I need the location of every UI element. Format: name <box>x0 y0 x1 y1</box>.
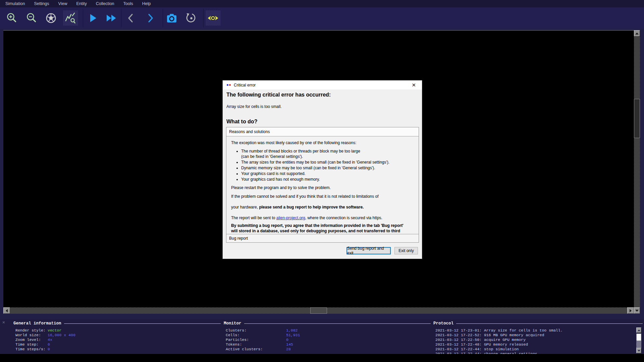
protocol-header: Protocol <box>433 321 643 326</box>
chevron-left-icon <box>125 12 137 24</box>
scroll-track[interactable] <box>634 37 640 99</box>
info-row: Time step:0 <box>15 342 50 347</box>
triangle-left-icon <box>6 309 8 312</box>
triangle-up-icon <box>635 33 639 35</box>
scroll-thumb[interactable] <box>634 99 640 138</box>
monitor-row: Cells:51,931 <box>226 333 300 337</box>
reason-item: Your graphics card is not supported. <box>241 171 414 176</box>
protocol-line: 2021-03-12 17-23-01: Array size for cell… <box>435 328 563 333</box>
zoom-in-button[interactable] <box>4 10 19 26</box>
menu-bar: Simulation Settings View Entity Collecti… <box>0 0 644 7</box>
menu-simulation[interactable]: Simulation <box>5 1 25 6</box>
protocol-line: 2021-03-12 17-22-52: 916 MB GPU memory a… <box>435 333 544 337</box>
menu-tools[interactable]: Tools <box>123 1 133 6</box>
zoom-out-button[interactable] <box>24 10 39 26</box>
snapshot-button[interactable] <box>164 10 179 26</box>
statusbar-close-icon[interactable]: × <box>2 320 5 325</box>
cell-structure-button[interactable] <box>44 10 58 26</box>
scroll-up-button[interactable] <box>634 30 640 37</box>
monitor-row: Clusters:1,082 <box>226 328 298 333</box>
bug-report-paragraph: If the problem cannot be solved and if y… <box>231 194 414 221</box>
toolbar-separator <box>83 9 83 27</box>
menu-view[interactable]: View <box>58 1 67 6</box>
monitor-row: Particles:0 <box>226 338 288 342</box>
fast-forward-button[interactable] <box>104 10 119 26</box>
header-rule <box>244 323 431 324</box>
close-icon[interactable]: ✕ <box>410 81 418 89</box>
graph-editor-icon <box>64 12 76 24</box>
menu-entity[interactable]: Entity <box>76 1 87 6</box>
header-rule <box>64 323 221 324</box>
scroll-thumb[interactable] <box>636 334 641 341</box>
tab-bug-report[interactable]: Bug report <box>226 234 419 242</box>
app-logo-icon <box>227 84 231 86</box>
fast-forward-icon <box>105 12 117 24</box>
bug-report-line2-bold: please send a bug report to help improve… <box>259 205 364 209</box>
scroll-up-button[interactable] <box>636 327 641 333</box>
scroll-track[interactable] <box>634 138 640 307</box>
horizontal-scrollbar <box>3 307 634 314</box>
monitor-row: Tokens:145 <box>226 342 293 347</box>
scroll-track[interactable] <box>636 341 641 348</box>
error-heading: The following critical error has occurre… <box>226 92 331 98</box>
info-row: Render style:vector <box>15 328 61 333</box>
reason-item: Dynamic memory size may be too small (ca… <box>241 165 414 171</box>
monitor-title: Monitor <box>224 321 241 326</box>
protocol-line: 2021-03-12 17-22-50: acquire GPU memory <box>435 338 526 342</box>
triangle-right-icon <box>630 309 632 312</box>
scroll-down-button[interactable] <box>634 307 640 314</box>
bottom-strip <box>0 354 644 362</box>
tab-reasons-and-solutions[interactable]: Reasons and solutions <box>226 127 419 136</box>
reason-item: The array sizes for the entities may be … <box>241 160 414 165</box>
menu-help[interactable]: Help <box>142 1 151 6</box>
visual-monitor-button[interactable] <box>206 10 220 26</box>
what-to-do-heading: What to do? <box>226 119 257 125</box>
protocol-line: 2021-03-12 17-22-48: GPU memory released <box>435 342 528 347</box>
logo-dot-red <box>229 84 231 86</box>
dialog-title-bar[interactable]: Critical error ✕ <box>223 80 422 89</box>
scroll-right-button[interactable] <box>627 307 634 314</box>
restore-button[interactable] <box>183 10 198 26</box>
reasons-intro: The exception was most likely caused by … <box>231 140 414 145</box>
protocol-line: 2021-03-12 17-22-44: change general sett… <box>435 352 537 354</box>
protocol-title: Protocol <box>433 321 453 326</box>
step-forward-button[interactable] <box>143 10 158 26</box>
zoom-in-icon <box>6 12 18 24</box>
step-back-button[interactable] <box>123 10 138 26</box>
protocol-line: 2021-03-12 17-22-44: stop simulation <box>435 347 519 351</box>
scroll-track[interactable] <box>10 307 310 314</box>
alien-project-link[interactable]: alien-project.org <box>276 216 305 220</box>
bug-report-line2-pre: your hardware, <box>231 205 259 209</box>
run-button[interactable] <box>86 10 100 26</box>
general-info-header: General information <box>13 321 221 326</box>
scroll-left-button[interactable] <box>3 307 10 314</box>
reason-item: Your graphics card has not enough memory… <box>241 177 414 182</box>
exit-only-button[interactable]: Exit only <box>394 247 418 254</box>
menu-collection[interactable]: Collection <box>96 1 114 6</box>
restart-advice: Please restart the program and try to so… <box>231 185 414 190</box>
header-rule <box>456 323 643 324</box>
info-statusbar: × General information Render style:vecto… <box>0 319 644 354</box>
scroll-track[interactable] <box>327 307 627 314</box>
cell-structure-icon <box>45 12 57 24</box>
monitor-header: Monitor <box>224 321 431 326</box>
toolbar-separator <box>121 9 121 27</box>
toolbar-separator <box>203 9 204 27</box>
zoom-out-icon <box>25 12 38 24</box>
graph-editor-button[interactable] <box>63 10 78 26</box>
reasons-groupbox: Reasons and solutions The exception was … <box>226 127 419 243</box>
scroll-thumb[interactable] <box>310 307 327 314</box>
triangle-down-icon <box>638 350 640 352</box>
triangle-up-icon <box>638 329 640 331</box>
bug-report-line1: If the problem cannot be solved and if y… <box>231 194 379 199</box>
report-dest-pre: The report will be sent to <box>231 216 276 220</box>
reason-list: The number of thread blocks or threads p… <box>241 148 414 182</box>
reasons-body: The exception was most likely caused by … <box>226 136 419 239</box>
scroll-down-button[interactable] <box>636 348 641 353</box>
send-bug-report-button[interactable]: Send bug report and exit <box>346 247 391 254</box>
menu-settings[interactable]: Settings <box>34 1 49 6</box>
camera-icon <box>166 12 178 24</box>
info-row: World size:16,000 x 400 <box>15 333 75 337</box>
monitor-row: Active clusters:28 <box>226 347 291 351</box>
toolbar <box>0 7 644 29</box>
